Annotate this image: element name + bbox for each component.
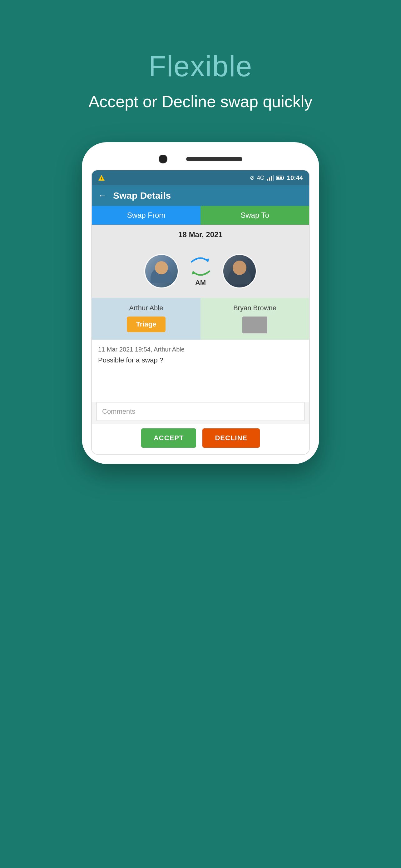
phone-top-bar: [91, 152, 310, 170]
phone-mockup: ! ⊘ 4G: [82, 142, 319, 464]
phone-screen: ! ⊘ 4G: [91, 170, 310, 455]
comments-input[interactable]: Comments: [96, 402, 305, 421]
person1-card: Arthur Able Triage: [92, 298, 201, 340]
time-display: 10:44: [287, 174, 303, 182]
status-bar: ! ⊘ 4G: [92, 170, 309, 185]
person2-card: Bryan Browne: [201, 298, 309, 340]
svg-rect-4: [271, 176, 272, 181]
warning-icon: !: [98, 175, 105, 181]
phone-speaker: [186, 157, 242, 161]
app-bar-title: Swap Details: [113, 190, 171, 201]
swap-date: 18 Mar, 2021: [92, 225, 309, 245]
hero-subtitle: Accept or Decline swap quickly: [89, 92, 312, 111]
triage-badge: Triage: [127, 316, 166, 332]
message-meta: 11 Mar 2021 19:54, Arthur Able: [98, 346, 303, 353]
signal-bars-icon: [267, 175, 274, 181]
battery-icon: [276, 175, 285, 180]
svg-text:!: !: [101, 177, 102, 181]
status-bar-right: ⊘ 4G 10:44: [250, 174, 303, 182]
action-buttons: ACCEPT DECLINE: [92, 424, 309, 454]
tab-bar: Swap From Swap To: [92, 206, 309, 225]
tab-swap-from[interactable]: Swap From: [92, 206, 201, 225]
svg-rect-2: [267, 179, 268, 181]
message-text: Possible for a swap ?: [98, 356, 303, 364]
network-label: 4G: [257, 175, 265, 181]
svg-rect-5: [273, 175, 274, 181]
svg-rect-3: [269, 178, 270, 181]
person1-name: Arthur Able: [129, 304, 163, 312]
no-signal-icon: ⊘: [250, 174, 255, 181]
back-button[interactable]: ←: [98, 191, 107, 200]
hero-title: Flexible: [148, 50, 252, 83]
swap-arrows-icon: [188, 256, 213, 277]
person2-name: Bryan Browne: [233, 304, 276, 312]
app-bar: ← Swap Details: [92, 185, 309, 206]
swap-icon-container: AM: [188, 256, 213, 287]
grey-badge: [242, 316, 267, 333]
status-bar-left: !: [98, 175, 105, 181]
phone-camera: [159, 155, 167, 163]
avatar-person2: [222, 254, 257, 288]
svg-rect-7: [283, 177, 284, 179]
name-cards: Arthur Able Triage Bryan Browne: [92, 298, 309, 340]
accept-button[interactable]: ACCEPT: [141, 428, 196, 448]
decline-button[interactable]: DECLINE: [202, 428, 260, 448]
tab-swap-to[interactable]: Swap To: [201, 206, 309, 225]
avatar-person1: [144, 254, 179, 288]
swap-time-label: AM: [195, 279, 206, 287]
message-area: 11 Mar 2021 19:54, Arthur Able Possible …: [92, 340, 309, 402]
swap-visual: AM: [92, 245, 309, 298]
